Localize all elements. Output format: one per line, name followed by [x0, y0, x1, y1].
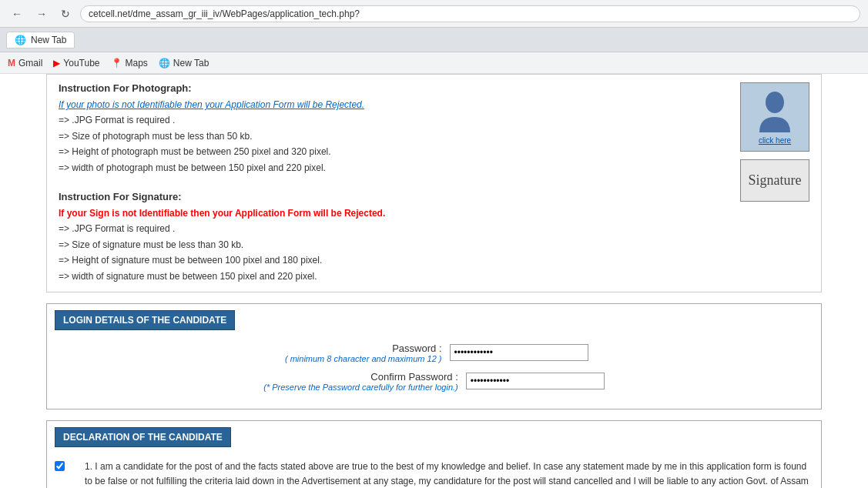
signature-label: Signature: [749, 172, 802, 189]
login-section-title: LOGIN DETAILS OF THE CANDIDATE: [55, 310, 235, 330]
newtab-icon: 🌐: [159, 58, 170, 69]
password-row: Password : ( minimum 8 character and max…: [59, 343, 809, 363]
gmail-icon: M: [8, 58, 15, 69]
signature-heading: Instruction For Signature:: [59, 191, 725, 202]
photo-upload-box[interactable]: click here: [740, 82, 809, 152]
signature-upload-box[interactable]: Signature: [740, 159, 809, 202]
bookmark-newtab-label: New Tab: [173, 58, 209, 69]
main-wrapper: Instruction For Photograph: If your phot…: [0, 74, 868, 488]
declaration-section: DECLARATION OF THE CANDIDATE 1. I am a c…: [46, 420, 822, 488]
photo-instr-4: => width of photograph must be between 1…: [59, 160, 725, 175]
bookmark-gmail[interactable]: M Gmail: [8, 58, 42, 69]
bookmark-maps-label: Maps: [126, 58, 148, 69]
bookmark-maps[interactable]: 📍 Maps: [111, 58, 148, 69]
bookmark-newtab[interactable]: 🌐 New Tab: [159, 58, 209, 69]
password-label: Password : ( minimum 8 character and max…: [280, 343, 450, 363]
url-bar[interactable]: [80, 5, 860, 22]
tab-icon: 🌐: [15, 35, 26, 45]
login-section: LOGIN DETAILS OF THE CANDIDATE Password …: [46, 303, 822, 409]
declaration-text: 1. I am a candidate for the post of and …: [85, 460, 813, 488]
signature-warning-text: If your Sign is not Identifiable then yo…: [59, 208, 385, 219]
browser-bar: ← → ↻: [0, 0, 868, 28]
youtube-icon: ▶: [53, 58, 60, 69]
page-content: Instruction For Photograph: If your phot…: [0, 74, 868, 488]
sig-instr-3: => Height of signature must be between 1…: [59, 252, 725, 268]
declaration-body: 1. I am a candidate for the post of and …: [47, 453, 821, 488]
signature-warning: If your Sign is not Identifiable then yo…: [59, 206, 725, 221]
sig-instr-4: => width of signature must be between 15…: [59, 269, 725, 284]
confirm-password-label: Confirm Password : (* Preserve the Passw…: [263, 371, 466, 392]
reload-button[interactable]: ↻: [57, 6, 74, 22]
photo-instructions: Instruction For Photograph: If your phot…: [59, 82, 725, 284]
bookmark-youtube[interactable]: ▶ YouTube: [53, 58, 99, 69]
confirm-password-input[interactable]: [466, 373, 605, 389]
browser-tabs: 🌐 New Tab: [0, 28, 868, 52]
photo-instr-1: => .JPG Format is required .: [59, 112, 725, 128]
photo-warning: If your photo is not Identifiable then y…: [59, 97, 725, 112]
photo-heading: Instruction For Photograph:: [59, 82, 725, 94]
password-input[interactable]: [450, 344, 588, 361]
login-section-body: Password : ( minimum 8 character and max…: [47, 336, 821, 409]
tab-label: New Tab: [31, 35, 66, 45]
svg-point-0: [766, 92, 784, 113]
confirm-password-row: Confirm Password : (* Preserve the Passw…: [59, 371, 809, 392]
bookmarks-bar: M Gmail ▶ YouTube 📍 Maps 🌐 New Tab: [0, 52, 868, 74]
photo-instr-2: => Size of photograph must be less than …: [59, 129, 725, 144]
bookmark-gmail-label: Gmail: [18, 58, 42, 69]
photo-instr-3: => Height of photograph must be between …: [59, 144, 725, 159]
sig-instr-1: => .JPG Format is required .: [59, 221, 725, 236]
click-here-label[interactable]: click here: [759, 136, 791, 145]
photo-upload-section: Instruction For Photograph: If your phot…: [46, 74, 822, 292]
bookmark-youtube-label: YouTube: [63, 58, 99, 69]
person-silhouette: [756, 90, 794, 136]
maps-icon: 📍: [111, 58, 122, 69]
sig-instr-2: => Size of signature must be less than 3…: [59, 237, 725, 252]
upload-boxes: click here Signature: [740, 82, 809, 284]
back-button[interactable]: ←: [8, 6, 26, 22]
declaration-checkbox[interactable]: [55, 461, 65, 471]
photo-warning-text: If your photo is not Identifiable then y…: [59, 99, 364, 110]
active-tab[interactable]: 🌐 New Tab: [6, 32, 75, 48]
declaration-section-title: DECLARATION OF THE CANDIDATE: [55, 427, 231, 447]
forward-button[interactable]: →: [32, 6, 51, 22]
